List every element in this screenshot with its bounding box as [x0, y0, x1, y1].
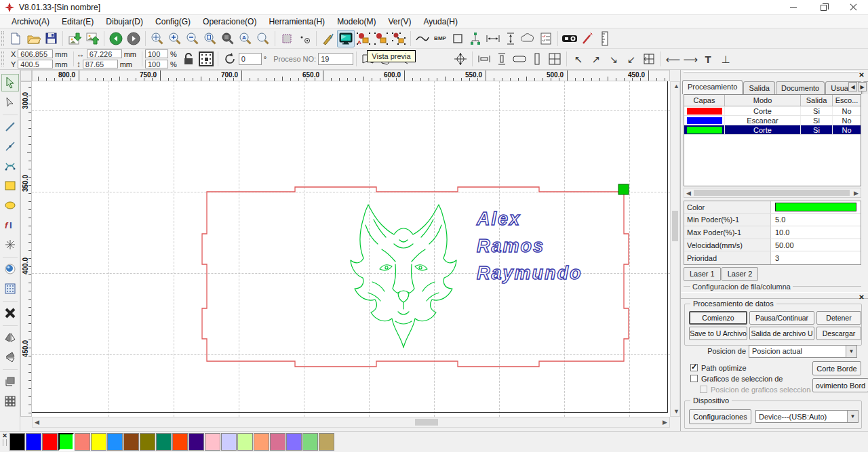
tab-scroll-right-icon[interactable]: ▶ [858, 82, 867, 91]
tab-documento[interactable]: Documento [776, 81, 825, 94]
move-center-icon[interactable] [452, 50, 469, 68]
graficos-seleccion-check[interactable]: Graficos de seleccion de [690, 373, 812, 384]
anchor-point-icon[interactable] [197, 50, 215, 68]
menu-herramienta[interactable]: Herramienta(H) [262, 16, 331, 28]
save-button[interactable] [42, 30, 60, 47]
line-tool[interactable] [1, 118, 19, 136]
delete-tool[interactable] [1, 304, 19, 322]
toolbar-grip[interactable] [1, 31, 4, 46]
preview-button[interactable] [337, 30, 355, 47]
tab-laser1[interactable]: Laser 1 [684, 267, 721, 281]
export-button[interactable] [83, 30, 101, 47]
descargar-button[interactable]: Descargar [816, 327, 861, 340]
offset-tool[interactable] [1, 373, 19, 390]
posicion-graficos-check[interactable]: Posicion de graficos seleccionado [700, 384, 812, 394]
align-top-left-icon[interactable]: ↖ [570, 50, 587, 68]
zoom-in-icon[interactable] [166, 30, 184, 47]
width-input[interactable] [87, 49, 122, 58]
tab-scroll-left-icon[interactable]: ◀ [848, 82, 857, 91]
canvas-horizontal-scrollbar[interactable]: ◀ ▶ [32, 417, 670, 428]
new-file-button[interactable] [7, 30, 24, 47]
palette-color-2[interactable] [42, 433, 58, 451]
zoom-out-icon[interactable] [184, 30, 201, 47]
path-optimize-check[interactable]: Path optimize [690, 363, 812, 373]
align-center-icon[interactable] [640, 50, 658, 68]
v-dimension-icon[interactable] [502, 30, 519, 47]
palette-color-17[interactable] [286, 433, 302, 451]
zoom-selected-icon[interactable]: A [237, 30, 254, 47]
menu-archivo[interactable]: Archivo(A) [5, 16, 56, 28]
col-esco[interactable]: Esco... [833, 95, 861, 106]
col-salida[interactable]: Salida [801, 95, 833, 106]
scale-y-input[interactable] [145, 60, 168, 68]
panel-close-icon[interactable]: ✕ [858, 71, 865, 79]
rotate-icon[interactable] [221, 50, 239, 68]
movimiento-borde-button[interactable]: ovimiento Bord [812, 378, 868, 392]
palette-color-12[interactable] [205, 433, 220, 451]
align-top-right-icon[interactable]: ↗ [587, 50, 605, 68]
menu-dibujar[interactable]: Dibujar(D) [100, 16, 149, 28]
capture-tool[interactable] [1, 260, 19, 278]
scale-x-input[interactable] [145, 49, 168, 58]
curve-smooth-icon[interactable] [414, 30, 431, 47]
palette-color-19[interactable] [319, 433, 334, 451]
redo-button[interactable] [125, 30, 142, 47]
import-button[interactable] [66, 30, 83, 47]
open-file-button[interactable] [24, 30, 42, 47]
tab-procesamiento[interactable]: Procesamiento [682, 80, 743, 94]
bezier-tool[interactable] [1, 157, 19, 175]
panel-splitter[interactable] [681, 292, 868, 299]
palette-color-7[interactable] [123, 433, 139, 451]
palette-close-icon[interactable]: ✕ [2, 432, 7, 439]
palette-color-10[interactable] [172, 433, 188, 451]
flip-vertical-tool[interactable] [1, 348, 19, 366]
align-top-edge-icon[interactable]: T [699, 50, 717, 68]
zoom-all-icon[interactable] [219, 30, 237, 47]
canvas-vertical-scrollbar[interactable]: ▲ ▼ [670, 81, 680, 417]
align-v-middle-icon[interactable] [493, 50, 511, 68]
rotate-input[interactable] [239, 53, 262, 65]
height-input[interactable] [83, 60, 118, 68]
undo-button[interactable] [107, 30, 125, 47]
save-u-button[interactable]: Save to U Archivo [689, 327, 747, 340]
menu-config[interactable]: Config(G) [149, 16, 197, 28]
y-position-input[interactable] [18, 60, 53, 68]
ungroup-icon[interactable] [390, 30, 408, 47]
align-bottom-right-icon[interactable]: ↘ [605, 50, 623, 68]
design-text-line2[interactable]: Ramos [477, 236, 545, 257]
align-bottom-edge-icon[interactable]: ⊥ [717, 50, 734, 68]
palette-color-15[interactable] [254, 433, 269, 451]
palette-color-18[interactable] [302, 433, 318, 451]
laser-pointer-icon[interactable] [578, 30, 596, 47]
weld-icon[interactable] [519, 30, 537, 47]
palette-color-13[interactable] [221, 433, 237, 451]
array-copy-tool[interactable] [1, 392, 19, 410]
check-list-icon[interactable] [537, 30, 555, 47]
node-select-icon[interactable] [296, 30, 313, 47]
laser-device-icon[interactable] [561, 30, 578, 47]
node-edit-tool[interactable] [1, 94, 19, 111]
tab-salida[interactable]: Salida [743, 81, 775, 94]
ellipse-tool[interactable] [1, 197, 19, 214]
rect-frame-icon[interactable] [449, 30, 467, 47]
col-capas[interactable]: Capas [684, 95, 725, 106]
rect-select-icon[interactable] [278, 30, 296, 47]
palette-color-6[interactable] [107, 433, 123, 451]
zoom-tool-icon[interactable] [254, 30, 272, 47]
palette-grip[interactable] [3, 439, 7, 446]
menu-editar[interactable]: Editar(E) [56, 16, 100, 28]
grid-array-tool[interactable] [1, 280, 19, 297]
tab-laser2[interactable]: Laser 2 [722, 267, 759, 281]
align-grid-icon[interactable] [546, 50, 564, 68]
wolf-artwork[interactable] [351, 205, 456, 348]
menu-ayuda[interactable]: Ayuda(H) [418, 16, 464, 28]
zoom-page-icon[interactable] [201, 30, 219, 47]
palette-color-14[interactable] [237, 433, 253, 451]
configuraciones-button[interactable]: Configuraciones [689, 409, 751, 424]
align-bottom-left-icon[interactable]: ↙ [623, 50, 640, 68]
group-icon[interactable]: A [355, 30, 372, 47]
palette-color-4[interactable] [75, 433, 90, 451]
prop-priority-value[interactable]: 3 [771, 251, 861, 264]
menu-modelo[interactable]: Modelo(M) [331, 16, 382, 28]
move-left-edge-icon[interactable]: ⟵ [664, 50, 682, 68]
